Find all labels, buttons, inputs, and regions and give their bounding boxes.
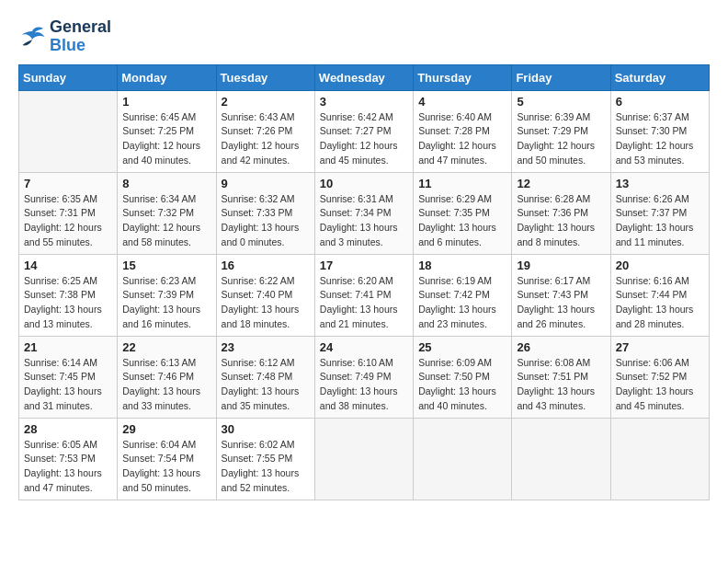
calendar-cell: 16Sunrise: 6:22 AM Sunset: 7:40 PM Dayli…: [216, 254, 314, 336]
day-info: Sunrise: 6:37 AM Sunset: 7:30 PM Dayligh…: [616, 110, 704, 168]
logo-text: General Blue: [50, 18, 111, 55]
calendar-cell: 22Sunrise: 6:13 AM Sunset: 7:46 PM Dayli…: [118, 336, 216, 418]
day-info: Sunrise: 6:14 AM Sunset: 7:45 PM Dayligh…: [24, 356, 112, 414]
calendar-cell: 29Sunrise: 6:04 AM Sunset: 7:54 PM Dayli…: [118, 418, 216, 500]
calendar-week-row: 21Sunrise: 6:14 AM Sunset: 7:45 PM Dayli…: [19, 336, 710, 418]
day-number: 17: [320, 259, 408, 272]
day-number: 22: [122, 340, 210, 354]
day-number: 8: [122, 177, 210, 190]
calendar-cell: 3Sunrise: 6:42 AM Sunset: 7:27 PM Daylig…: [314, 90, 413, 172]
calendar-cell: [512, 418, 610, 500]
logo-icon: [18, 26, 46, 48]
weekday-header-saturday: Saturday: [610, 64, 709, 90]
calendar-cell: [19, 90, 118, 172]
calendar-cell: 9Sunrise: 6:32 AM Sunset: 7:33 PM Daylig…: [216, 172, 314, 254]
page-header: General Blue: [18, 18, 710, 55]
calendar-cell: 21Sunrise: 6:14 AM Sunset: 7:45 PM Dayli…: [19, 336, 118, 418]
weekday-header-tuesday: Tuesday: [216, 64, 314, 90]
day-info: Sunrise: 6:20 AM Sunset: 7:41 PM Dayligh…: [320, 274, 408, 332]
calendar-cell: 4Sunrise: 6:40 AM Sunset: 7:28 PM Daylig…: [414, 90, 512, 172]
day-number: 12: [517, 177, 605, 190]
calendar-cell: 1Sunrise: 6:45 AM Sunset: 7:25 PM Daylig…: [118, 90, 216, 172]
day-number: 14: [24, 259, 112, 272]
day-number: 15: [122, 259, 210, 272]
day-info: Sunrise: 6:12 AM Sunset: 7:48 PM Dayligh…: [222, 356, 310, 414]
day-info: Sunrise: 6:06 AM Sunset: 7:52 PM Dayligh…: [616, 356, 704, 414]
calendar-table: SundayMondayTuesdayWednesdayThursdayFrid…: [18, 64, 710, 500]
day-number: 26: [517, 340, 605, 354]
day-info: Sunrise: 6:23 AM Sunset: 7:39 PM Dayligh…: [122, 274, 210, 332]
weekday-header-wednesday: Wednesday: [314, 64, 413, 90]
day-number: 28: [24, 422, 112, 436]
calendar-cell: 14Sunrise: 6:25 AM Sunset: 7:38 PM Dayli…: [19, 254, 118, 336]
day-number: 1: [122, 95, 210, 109]
day-info: Sunrise: 6:05 AM Sunset: 7:53 PM Dayligh…: [24, 438, 112, 496]
calendar-cell: 20Sunrise: 6:16 AM Sunset: 7:44 PM Dayli…: [610, 254, 709, 336]
day-number: 21: [24, 340, 112, 354]
day-info: Sunrise: 6:45 AM Sunset: 7:25 PM Dayligh…: [122, 110, 210, 168]
day-info: Sunrise: 6:34 AM Sunset: 7:32 PM Dayligh…: [122, 192, 210, 250]
day-info: Sunrise: 6:40 AM Sunset: 7:28 PM Dayligh…: [418, 110, 506, 168]
day-number: 16: [222, 259, 310, 272]
day-number: 7: [24, 177, 112, 190]
day-info: Sunrise: 6:28 AM Sunset: 7:36 PM Dayligh…: [517, 192, 605, 250]
day-number: 9: [222, 177, 310, 190]
day-info: Sunrise: 6:32 AM Sunset: 7:33 PM Dayligh…: [222, 192, 310, 250]
day-info: Sunrise: 6:17 AM Sunset: 7:43 PM Dayligh…: [517, 274, 605, 332]
day-number: 20: [616, 259, 704, 272]
day-info: Sunrise: 6:09 AM Sunset: 7:50 PM Dayligh…: [418, 356, 506, 414]
day-number: 5: [517, 95, 605, 109]
calendar-cell: 28Sunrise: 6:05 AM Sunset: 7:53 PM Dayli…: [19, 418, 118, 500]
day-number: 19: [517, 259, 605, 272]
calendar-cell: [414, 418, 512, 500]
day-info: Sunrise: 6:25 AM Sunset: 7:38 PM Dayligh…: [24, 274, 112, 332]
calendar-cell: [610, 418, 709, 500]
day-info: Sunrise: 6:35 AM Sunset: 7:31 PM Dayligh…: [24, 192, 112, 250]
calendar-cell: 6Sunrise: 6:37 AM Sunset: 7:30 PM Daylig…: [610, 90, 709, 172]
calendar-week-row: 28Sunrise: 6:05 AM Sunset: 7:53 PM Dayli…: [19, 418, 710, 500]
day-number: 13: [616, 177, 704, 190]
calendar-cell: 26Sunrise: 6:08 AM Sunset: 7:51 PM Dayli…: [512, 336, 610, 418]
day-info: Sunrise: 6:10 AM Sunset: 7:49 PM Dayligh…: [320, 356, 408, 414]
day-number: 6: [616, 95, 704, 109]
calendar-cell: 8Sunrise: 6:34 AM Sunset: 7:32 PM Daylig…: [118, 172, 216, 254]
day-number: 27: [616, 340, 704, 354]
day-number: 30: [222, 422, 310, 436]
calendar-cell: 17Sunrise: 6:20 AM Sunset: 7:41 PM Dayli…: [314, 254, 413, 336]
calendar-cell: 27Sunrise: 6:06 AM Sunset: 7:52 PM Dayli…: [610, 336, 709, 418]
day-info: Sunrise: 6:29 AM Sunset: 7:35 PM Dayligh…: [418, 192, 506, 250]
calendar-week-row: 14Sunrise: 6:25 AM Sunset: 7:38 PM Dayli…: [19, 254, 710, 336]
day-number: 23: [222, 340, 310, 354]
day-number: 3: [320, 95, 408, 109]
calendar-header-row: SundayMondayTuesdayWednesdayThursdayFrid…: [19, 64, 710, 90]
calendar-cell: 5Sunrise: 6:39 AM Sunset: 7:29 PM Daylig…: [512, 90, 610, 172]
calendar-cell: 30Sunrise: 6:02 AM Sunset: 7:55 PM Dayli…: [216, 418, 314, 500]
weekday-header-monday: Monday: [118, 64, 216, 90]
calendar-cell: 15Sunrise: 6:23 AM Sunset: 7:39 PM Dayli…: [118, 254, 216, 336]
calendar-cell: 19Sunrise: 6:17 AM Sunset: 7:43 PM Dayli…: [512, 254, 610, 336]
calendar-cell: 10Sunrise: 6:31 AM Sunset: 7:34 PM Dayli…: [314, 172, 413, 254]
calendar-cell: 7Sunrise: 6:35 AM Sunset: 7:31 PM Daylig…: [19, 172, 118, 254]
calendar-week-row: 1Sunrise: 6:45 AM Sunset: 7:25 PM Daylig…: [19, 90, 710, 172]
day-number: 2: [222, 95, 310, 109]
day-info: Sunrise: 6:39 AM Sunset: 7:29 PM Dayligh…: [517, 110, 605, 168]
day-info: Sunrise: 6:02 AM Sunset: 7:55 PM Dayligh…: [222, 438, 310, 496]
day-number: 29: [122, 422, 210, 436]
calendar-cell: 11Sunrise: 6:29 AM Sunset: 7:35 PM Dayli…: [414, 172, 512, 254]
day-info: Sunrise: 6:31 AM Sunset: 7:34 PM Dayligh…: [320, 192, 408, 250]
calendar-cell: 12Sunrise: 6:28 AM Sunset: 7:36 PM Dayli…: [512, 172, 610, 254]
calendar-cell: 24Sunrise: 6:10 AM Sunset: 7:49 PM Dayli…: [314, 336, 413, 418]
calendar-cell: 13Sunrise: 6:26 AM Sunset: 7:37 PM Dayli…: [610, 172, 709, 254]
day-info: Sunrise: 6:16 AM Sunset: 7:44 PM Dayligh…: [616, 274, 704, 332]
logo: General Blue: [18, 18, 111, 55]
calendar-cell: 25Sunrise: 6:09 AM Sunset: 7:50 PM Dayli…: [414, 336, 512, 418]
calendar-cell: 18Sunrise: 6:19 AM Sunset: 7:42 PM Dayli…: [414, 254, 512, 336]
day-info: Sunrise: 6:08 AM Sunset: 7:51 PM Dayligh…: [517, 356, 605, 414]
calendar-cell: [314, 418, 413, 500]
weekday-header-sunday: Sunday: [19, 64, 118, 90]
day-number: 10: [320, 177, 408, 190]
calendar-cell: 23Sunrise: 6:12 AM Sunset: 7:48 PM Dayli…: [216, 336, 314, 418]
day-number: 25: [418, 340, 506, 354]
weekday-header-friday: Friday: [512, 64, 610, 90]
day-number: 24: [320, 340, 408, 354]
